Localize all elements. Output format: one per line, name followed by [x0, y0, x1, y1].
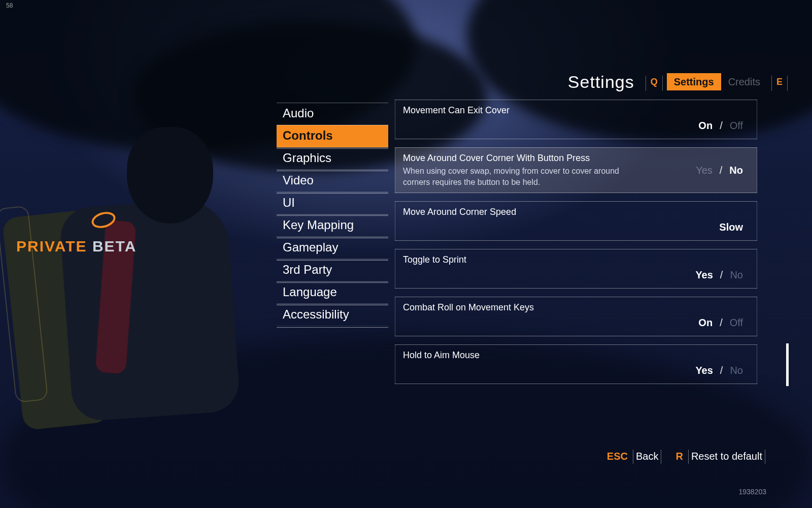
option-value[interactable]: Yes/No [696, 165, 743, 176]
watermark-a: PRIVATE [16, 238, 92, 255]
reset-hint[interactable]: R Reset to default [675, 451, 765, 462]
option-choice[interactable]: Yes [696, 165, 713, 176]
option-label: Move Around Cover Corner With Button Pre… [403, 153, 749, 164]
option-value[interactable]: On/Off [698, 317, 743, 329]
options-panel: Movement Can Exit CoverOn/OffMove Around… [395, 100, 757, 392]
option-choice[interactable]: Off [730, 120, 743, 132]
back-hint[interactable]: ESC Back [607, 451, 662, 462]
option-value[interactable]: Yes/No [695, 365, 743, 376]
option-value[interactable]: Yes/No [695, 269, 743, 281]
sidebar-item-language[interactable]: Language [277, 281, 388, 304]
footer-hints: ESC Back R Reset to default [607, 451, 765, 462]
choice-divider: / [720, 120, 723, 132]
option-choice[interactable]: Yes [695, 365, 713, 376]
choice-divider: / [720, 165, 723, 176]
option-row[interactable]: Movement Can Exit CoverOn/Off [395, 100, 757, 139]
option-description: When using cover swap, moving from cover… [403, 166, 626, 187]
choice-divider: / [720, 317, 723, 329]
back-key: ESC [607, 451, 628, 462]
sidebar-item-ui[interactable]: UI [277, 192, 388, 214]
sidebar-item-3rd-party[interactable]: 3rd Party [277, 259, 388, 281]
option-row[interactable]: Toggle to SprintYes/No [395, 249, 757, 289]
option-choice[interactable]: No [730, 365, 743, 376]
option-choice[interactable]: On [698, 120, 713, 132]
option-label: Hold to Aim Mouse [403, 350, 749, 361]
back-label: Back [636, 451, 658, 462]
sidebar-item-video[interactable]: Video [277, 170, 388, 192]
watermark-b: BETA [92, 238, 137, 255]
sidebar-item-key-mapping[interactable]: Key Mapping [277, 214, 388, 237]
option-value[interactable]: On/Off [698, 120, 743, 132]
choice-divider: / [720, 365, 723, 376]
next-tab-key[interactable]: E [775, 77, 784, 87]
sidebar-item-gameplay[interactable]: Gameplay [277, 237, 388, 259]
sidebar-item-accessibility[interactable]: Accessibility [277, 304, 388, 326]
scrollbar-thumb[interactable] [786, 343, 789, 386]
tab-credits[interactable]: Credits [721, 73, 767, 90]
option-row[interactable]: Move Around Corner SpeedSlow [395, 201, 757, 241]
option-choice[interactable]: Yes [695, 269, 713, 281]
category-sidebar: AudioControlsGraphicsVideoUIKey MappingG… [277, 103, 388, 326]
option-label: Toggle to Sprint [403, 255, 749, 265]
reset-label: Reset to default [691, 451, 762, 462]
player-character [30, 127, 244, 508]
prev-tab-key[interactable]: Q [650, 77, 659, 87]
option-label: Combat Roll on Movement Keys [403, 302, 749, 313]
watermark: PRIVATE BETA [16, 238, 137, 255]
sidebar-item-controls[interactable]: Controls [277, 125, 388, 147]
choice-divider: / [720, 269, 723, 281]
sidebar-item-graphics[interactable]: Graphics [277, 147, 388, 170]
option-value[interactable]: Slow [719, 221, 743, 233]
option-choice[interactable]: No [730, 269, 743, 281]
page-title: Settings [561, 71, 641, 93]
option-row[interactable]: Move Around Cover Corner With Button Pre… [395, 147, 757, 193]
option-choice[interactable]: Off [730, 317, 743, 329]
option-label: Move Around Corner Speed [403, 207, 749, 217]
build-number: 1938203 [738, 488, 766, 496]
sidebar-item-audio[interactable]: Audio [277, 103, 388, 125]
header: Settings Q SettingsCredits E [561, 71, 786, 93]
fps-counter: 58 [6, 2, 13, 9]
option-choice[interactable]: On [698, 317, 713, 329]
option-row[interactable]: Combat Roll on Movement KeysOn/Off [395, 297, 757, 336]
tab-settings[interactable]: Settings [667, 73, 721, 90]
option-row[interactable]: Hold to Aim MouseYes/No [395, 344, 757, 384]
option-choice[interactable]: No [729, 165, 743, 176]
option-label: Movement Can Exit Cover [403, 105, 749, 116]
option-single-value: Slow [719, 221, 743, 233]
reset-key: R [675, 451, 683, 462]
